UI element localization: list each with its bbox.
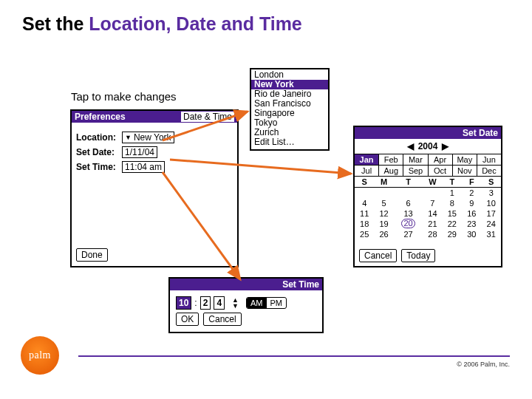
date-field[interactable]: 1/11/04: [122, 146, 157, 158]
day-cell: [374, 188, 393, 198]
logo-text: palm: [29, 349, 51, 361]
prefs-title: Preferences: [75, 112, 126, 122]
calendar-grid: SMTWTFS 12345678910111213141516171819202…: [355, 177, 501, 239]
location-value: New York: [134, 132, 171, 143]
dow-header: S: [481, 177, 501, 188]
day-cell[interactable]: 16: [462, 208, 481, 219]
day-cell[interactable]: 10: [481, 198, 501, 208]
day-cell[interactable]: 28: [423, 229, 442, 239]
done-button[interactable]: Done: [76, 248, 108, 262]
dropdown-icon: ▼: [125, 134, 132, 141]
day-cell[interactable]: 11: [355, 208, 374, 219]
prefs-category: Date & Time: [181, 112, 234, 122]
day-cell[interactable]: 5: [374, 198, 393, 208]
month-cell[interactable]: Jan: [355, 154, 379, 165]
set-time-panel: Set Time 10 : 2 4 ▲▼ AM PM OK Cancel: [168, 277, 324, 333]
city-list: LondonNew YorkRio de JaneiroSan Francisc…: [250, 68, 330, 151]
slide-title: Set the Location, Date and Time: [22, 13, 302, 35]
minute-tens-field[interactable]: 2: [200, 296, 211, 310]
year-value: 2004: [418, 141, 438, 151]
dow-header: T: [443, 177, 462, 188]
day-cell[interactable]: 19: [374, 219, 393, 229]
day-cell[interactable]: 13: [394, 208, 423, 219]
day-cell[interactable]: 20: [394, 219, 423, 229]
day-cell[interactable]: 18: [355, 219, 374, 229]
day-cell: [423, 188, 442, 198]
day-cell[interactable]: 1: [443, 188, 462, 198]
month-cell[interactable]: Feb: [379, 154, 403, 165]
pm-option: PM: [267, 298, 287, 308]
day-cell[interactable]: 23: [462, 219, 481, 229]
month-cell[interactable]: Jul: [355, 166, 379, 176]
time-value: 11:04 am: [125, 162, 162, 172]
day-cell[interactable]: 4: [355, 198, 374, 208]
month-cell[interactable]: Dec: [477, 166, 501, 176]
am-option: AM: [247, 298, 267, 308]
time-label: Set Time:: [76, 162, 122, 172]
footer-divider: [78, 355, 510, 357]
day-cell[interactable]: 14: [423, 208, 442, 219]
time-field[interactable]: 11:04 am: [122, 161, 165, 173]
preferences-panel: Preferences Date & Time Location: ▼New Y…: [70, 109, 239, 267]
cancel-button[interactable]: Cancel: [359, 249, 397, 262]
day-cell[interactable]: 15: [443, 208, 462, 219]
title-text: Set the: [22, 13, 89, 34]
year-next-icon[interactable]: ▶: [440, 141, 451, 151]
dow-header: F: [462, 177, 481, 188]
day-cell[interactable]: 2: [462, 188, 481, 198]
day-cell[interactable]: 22: [443, 219, 462, 229]
month-cell[interactable]: Aug: [379, 166, 403, 176]
dow-header: M: [374, 177, 393, 188]
ampm-toggle[interactable]: AM PM: [246, 297, 287, 309]
prefs-header: Preferences Date & Time: [72, 111, 237, 123]
date-label: Set Date:: [76, 147, 122, 157]
day-cell[interactable]: 3: [481, 188, 501, 198]
down-arrow-icon: ▼: [232, 303, 239, 309]
set-date-panel: Set Date ◀ 2004 ▶ JanFebMarAprMayJun Jul…: [353, 126, 502, 267]
month-cell[interactable]: Jun: [477, 154, 501, 165]
setdate-title: Set Date: [463, 128, 498, 138]
day-cell[interactable]: 24: [481, 219, 501, 229]
day-cell[interactable]: 21: [423, 219, 442, 229]
dow-header: S: [355, 177, 374, 188]
day-cell[interactable]: 17: [481, 208, 501, 219]
ok-button[interactable]: OK: [176, 313, 199, 326]
day-cell[interactable]: 26: [374, 229, 393, 239]
dow-header: W: [423, 177, 442, 188]
settime-title: Set Time: [282, 279, 319, 290]
month-cell[interactable]: Apr: [429, 154, 453, 165]
hour-field[interactable]: 10: [176, 296, 191, 310]
copyright: © 2006 Palm, Inc.: [457, 361, 510, 368]
caption: Tap to make changes: [71, 90, 177, 103]
month-cell[interactable]: Sep: [403, 166, 428, 176]
today-button[interactable]: Today: [401, 249, 435, 262]
day-cell: [355, 188, 374, 198]
location-picker[interactable]: ▼New York: [122, 132, 174, 143]
day-cell[interactable]: 8: [443, 198, 462, 208]
colon: :: [194, 298, 197, 308]
title-accent: Location, Date and Time: [89, 13, 301, 34]
month-cell[interactable]: May: [453, 154, 477, 165]
day-cell[interactable]: 6: [394, 198, 423, 208]
day-cell: [394, 188, 423, 198]
month-cell[interactable]: Mar: [403, 154, 428, 165]
city-option[interactable]: Edit List…: [251, 137, 328, 147]
day-cell[interactable]: 29: [443, 229, 462, 239]
minute-ones-field[interactable]: 4: [214, 296, 225, 310]
day-cell[interactable]: 25: [355, 229, 374, 239]
location-label: Location:: [76, 132, 122, 143]
day-cell[interactable]: 27: [394, 229, 423, 239]
month-grid: JanFebMarAprMayJun JulAugSepOctNovDec: [355, 154, 501, 177]
time-stepper[interactable]: ▲▼: [232, 297, 239, 309]
day-cell[interactable]: 9: [462, 198, 481, 208]
palm-logo: palm: [21, 336, 59, 375]
year-prev-icon[interactable]: ◀: [405, 141, 415, 151]
day-cell[interactable]: 7: [423, 198, 442, 208]
dow-header: T: [394, 177, 423, 188]
day-cell[interactable]: 30: [462, 229, 481, 239]
day-cell[interactable]: 12: [374, 208, 393, 219]
month-cell[interactable]: Oct: [429, 166, 453, 176]
cancel-button[interactable]: Cancel: [203, 313, 241, 326]
day-cell[interactable]: 31: [481, 229, 501, 239]
month-cell[interactable]: Nov: [453, 166, 477, 176]
